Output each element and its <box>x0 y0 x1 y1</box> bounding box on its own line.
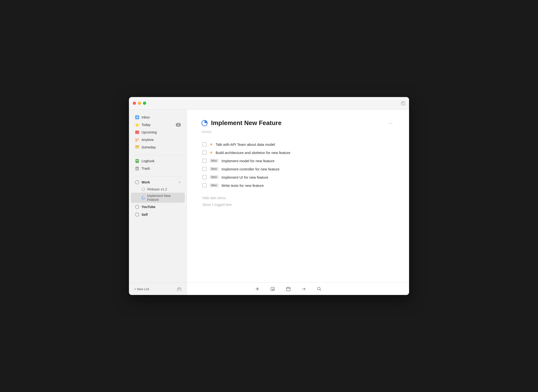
add-task-button[interactable] <box>254 286 261 292</box>
today-icon: ⭐ <box>135 122 140 127</box>
task-text: Implement UI for new feature <box>221 175 394 179</box>
svg-rect-8 <box>135 140 138 141</box>
sidebar-item-trash[interactable]: Trash <box>131 165 185 172</box>
schedule-button[interactable] <box>284 286 292 292</box>
plus-icon <box>255 287 260 291</box>
logbook-icon <box>135 159 140 163</box>
trash-icon <box>135 166 140 171</box>
task-title: Implement New Feature <box>211 119 383 127</box>
task-list: ★ Talk with API Team about data model ★ … <box>201 140 395 189</box>
svg-rect-5 <box>136 130 136 131</box>
table-row[interactable]: Mon Implement UI for new feature <box>201 173 395 181</box>
task-text: Write tests for new feature <box>221 183 394 188</box>
svg-rect-15 <box>136 167 138 167</box>
app-body: Inbox ⭐ Today 2 <box>129 110 409 295</box>
sidebar-item-implement[interactable]: Implement New Feature <box>131 193 185 203</box>
svg-rect-23 <box>271 287 274 291</box>
table-row[interactable]: ★ Talk with API Team about data model <box>201 140 395 148</box>
table-row[interactable]: Mon Implement controller for new feature <box>201 165 395 173</box>
notes-field[interactable]: Notes <box>202 130 395 134</box>
maximize-button[interactable] <box>143 102 146 105</box>
new-list-button[interactable]: + New List <box>133 286 150 292</box>
upcoming-label: Upcoming <box>142 130 181 134</box>
sidebar-item-inbox[interactable]: Inbox <box>131 114 185 121</box>
sidebar-group-self-header[interactable]: Self <box>131 211 185 218</box>
titlebar <box>129 97 409 110</box>
hide-later-link[interactable]: Hide later items <box>201 195 227 201</box>
day-badge: Mon <box>210 175 219 179</box>
action-links: Hide later items Show 1 logged item <box>201 195 395 208</box>
main-content: Implement New Feature ··· Notes ★ Talk w… <box>187 110 409 295</box>
svg-rect-9 <box>135 141 137 142</box>
sidebar-item-anytime[interactable]: Anytime <box>131 136 185 143</box>
release-label: Release v1.2 <box>147 187 167 191</box>
self-group-icon <box>135 212 140 217</box>
sidebar-group-youtube-header[interactable]: YouTube <box>131 203 185 210</box>
task-checkbox[interactable] <box>202 167 207 171</box>
settings-icon <box>177 287 181 291</box>
trash-label: Trash <box>142 167 181 170</box>
sidebar-group-self: Self <box>129 211 187 218</box>
star-icon: ★ <box>210 150 213 155</box>
sidebar-group-youtube: YouTube <box>129 203 187 211</box>
table-row[interactable]: ★ Build architecture and skeleton for ne… <box>201 149 395 156</box>
traffic-lights <box>133 102 146 105</box>
sidebar-group-work: Work ∨ Release v1.2 <box>129 178 187 203</box>
search-button[interactable] <box>315 286 323 292</box>
table-row[interactable]: Mon Implement model for new feature <box>201 157 395 165</box>
logbook-label: Logbook <box>142 159 181 163</box>
app-window: Inbox ⭐ Today 2 <box>129 97 409 295</box>
close-button[interactable] <box>133 102 136 105</box>
anytime-label: Anytime <box>142 138 181 142</box>
sidebar-divider-2 <box>133 176 183 176</box>
checklist-plus-icon <box>270 287 275 291</box>
task-status-icon <box>201 120 208 126</box>
upcoming-icon <box>135 130 140 135</box>
youtube-group-icon <box>135 204 140 209</box>
content-area: Implement New Feature ··· Notes ★ Talk w… <box>187 110 409 282</box>
calendar-icon <box>286 287 291 291</box>
task-checkbox[interactable] <box>202 183 207 188</box>
new-list-label: + New List <box>134 287 149 291</box>
arrow-right-icon <box>301 287 306 291</box>
show-logged-link[interactable]: Show 1 logged item <box>201 202 233 208</box>
implement-icon <box>142 196 145 200</box>
svg-rect-11 <box>135 147 139 148</box>
sidebar-item-upcoming[interactable]: Upcoming <box>131 129 185 136</box>
sidebar-item-release[interactable]: Release v1.2 <box>131 186 185 192</box>
day-badge: Mon <box>210 183 219 187</box>
svg-point-21 <box>179 288 180 290</box>
today-label: Today <box>142 123 176 127</box>
day-badge: Mon <box>210 159 219 163</box>
svg-point-17 <box>142 188 145 191</box>
work-group-label: Work <box>142 180 179 184</box>
work-chevron-icon: ∨ <box>179 181 181 184</box>
svg-rect-1 <box>402 102 403 103</box>
window-icon[interactable] <box>401 101 405 105</box>
svg-rect-24 <box>286 287 290 291</box>
search-icon <box>317 287 322 291</box>
sidebar: Inbox ⭐ Today 2 <box>129 110 187 295</box>
day-badge: Mon <box>210 167 219 171</box>
add-checklist-button[interactable] <box>269 286 277 292</box>
task-checkbox[interactable] <box>202 142 207 147</box>
sidebar-group-work-header[interactable]: Work ∨ <box>131 179 185 186</box>
task-more-button[interactable]: ··· <box>387 119 395 127</box>
today-badge: 2 <box>176 123 181 127</box>
sidebar-item-someday[interactable]: Someday <box>131 144 185 151</box>
minimize-button[interactable] <box>138 102 141 105</box>
task-checkbox[interactable] <box>202 175 207 179</box>
task-checkbox[interactable] <box>202 159 207 163</box>
move-button[interactable] <box>300 286 308 292</box>
youtube-group-label: YouTube <box>142 205 181 209</box>
sidebar-item-logbook[interactable]: Logbook <box>131 157 185 165</box>
inbox-label: Inbox <box>142 115 181 119</box>
task-checkbox[interactable] <box>202 150 207 155</box>
svg-point-20 <box>135 213 139 217</box>
implement-label: Implement New Feature <box>147 194 181 202</box>
sidebar-item-today[interactable]: ⭐ Today 2 <box>131 121 185 128</box>
main-footer <box>187 282 409 295</box>
settings-button[interactable] <box>176 286 183 292</box>
table-row[interactable]: Mon Write tests for new feature <box>201 182 395 189</box>
star-icon: ★ <box>210 142 213 147</box>
